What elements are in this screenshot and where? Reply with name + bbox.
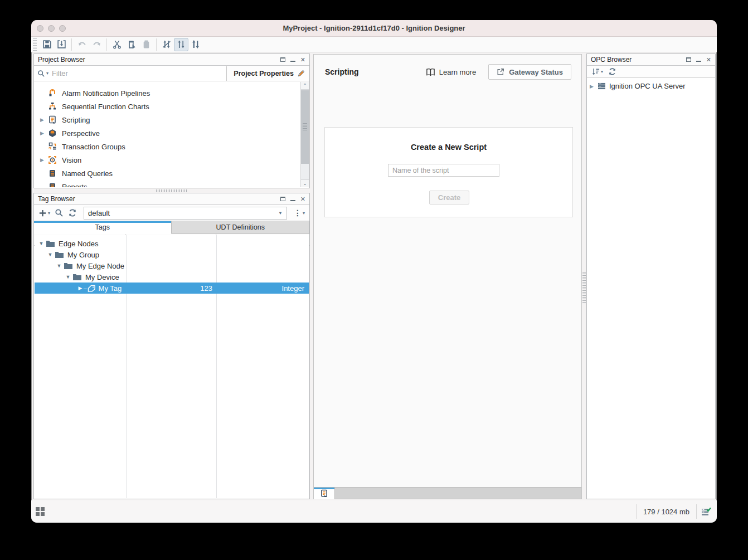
undo-button[interactable] (75, 38, 89, 51)
comm-read-button[interactable] (174, 38, 188, 51)
tree-item-label: Sequential Function Charts (62, 103, 149, 111)
refresh-tags-button[interactable] (67, 207, 78, 218)
script-name-input[interactable] (388, 164, 499, 177)
close-panel-icon[interactable]: ✕ (706, 57, 711, 63)
right-panel-splitter[interactable] (582, 53, 586, 499)
project-filter-input[interactable] (52, 69, 223, 77)
card-title: Create a New Script (325, 143, 572, 152)
minimize-panel-icon[interactable] (290, 197, 295, 201)
project-filter-row: ▾ Project Properties (34, 66, 309, 81)
save-all-icon (57, 40, 66, 49)
comm-read-write-icon (191, 40, 201, 49)
tag-provider-select[interactable]: default ▼ (84, 207, 287, 220)
tab-tags[interactable]: Tags (34, 221, 172, 234)
left-panels-splitter[interactable] (33, 188, 310, 193)
tab-label: UDT Definitions (216, 223, 265, 231)
filter-options-caret-icon[interactable]: ▾ (46, 71, 48, 76)
comm-off-button[interactable] (159, 38, 174, 51)
gateway-connected-icon[interactable] (697, 507, 715, 516)
tag-provider-value: default (88, 209, 278, 217)
expand-arrow-icon[interactable]: ▶ (40, 130, 48, 136)
minimize-panel-icon[interactable] (290, 57, 295, 62)
tag-label: My Edge Node (76, 262, 124, 270)
expand-arrow-icon[interactable]: ▶ (77, 285, 84, 291)
project-item-perspective[interactable]: ▶ Perspective (35, 126, 300, 140)
collapse-arrow-icon[interactable]: ▼ (65, 274, 71, 280)
search-tags-button[interactable] (54, 207, 65, 218)
opc-server-item[interactable]: ▶ Ignition OPC UA Server (587, 81, 715, 91)
sfc-icon (48, 102, 57, 111)
cut-icon (113, 40, 122, 49)
opc-tree: ▶ Ignition OPC UA Server (587, 78, 715, 91)
tree-item-label: Alarm Notification Pipelines (62, 89, 150, 98)
float-panel-icon[interactable] (686, 57, 691, 62)
reports-icon (48, 182, 57, 187)
tag-row-my-tag[interactable]: ▶ – My Tag 123 Integer (35, 283, 309, 294)
save-icon (42, 40, 52, 49)
zoom-window-button[interactable] (59, 25, 66, 32)
grid-launcher-icon[interactable] (36, 507, 45, 516)
tree-item-label: Scripting (62, 116, 90, 124)
filter-box[interactable]: ▾ (34, 66, 227, 81)
vision-icon (48, 155, 57, 164)
close-panel-icon[interactable]: ✕ (300, 57, 305, 63)
expand-arrow-icon[interactable]: ▶ (40, 157, 48, 163)
gateway-status-button[interactable]: Gateway Status (488, 64, 571, 80)
project-item-reports[interactable]: Reports (35, 180, 300, 187)
minimize-panel-icon[interactable] (696, 57, 701, 62)
expand-arrow-icon[interactable]: ▶ (590, 84, 598, 89)
undo-icon (77, 40, 87, 49)
tag-row-my-device[interactable]: ▼ My Device (35, 271, 309, 283)
minimize-window-button[interactable] (48, 25, 55, 32)
float-panel-icon[interactable] (280, 197, 285, 201)
tag-row-my-group[interactable]: ▼ My Group (35, 249, 309, 260)
transaction-groups-icon (48, 142, 57, 151)
project-item-sfc[interactable]: Sequential Function Charts (35, 100, 300, 113)
refresh-icon (608, 67, 616, 76)
tag-browser-panel: Tag Browser ✕ ▾ default ▼ ⋮ (33, 193, 310, 499)
tag-tabs: Tags UDT Definitions (34, 221, 309, 234)
collapse-arrow-icon[interactable]: ▼ (38, 241, 45, 246)
project-tree-scrollbar[interactable]: ⌃ ⌄ (300, 82, 309, 187)
paste-button[interactable] (139, 38, 153, 51)
project-item-transaction-groups[interactable]: Transaction Groups (35, 140, 300, 153)
search-icon (55, 208, 64, 217)
float-panel-icon[interactable] (280, 57, 285, 62)
opc-toolbar: ▾ (587, 66, 715, 78)
project-item-vision[interactable]: ▶ Vision (35, 153, 300, 167)
project-item-alarm-pipelines[interactable]: Alarm Notification Pipelines (35, 86, 300, 100)
save-all-button[interactable] (54, 38, 69, 51)
tag-options-button[interactable]: ⋮ ▾ (293, 207, 306, 218)
learn-more-link[interactable]: Learn more (426, 68, 476, 76)
toolbar-drag-handle[interactable] (33, 38, 37, 51)
scroll-down-icon[interactable]: ⌄ (301, 179, 309, 187)
scripting-workspace: Scripting Learn more Gateway Status Crea… (313, 54, 582, 499)
tree-item-label: Vision (62, 156, 81, 164)
tag-row-edge-nodes[interactable]: ▼ Edge Nodes (35, 238, 309, 249)
tree-item-label: Transaction Groups (62, 143, 125, 151)
cut-button[interactable] (110, 38, 124, 51)
redo-button[interactable] (89, 38, 104, 51)
project-item-scripting[interactable]: ▶ Scripting (35, 113, 300, 126)
close-panel-icon[interactable]: ✕ (300, 196, 305, 202)
refresh-opc-button[interactable] (607, 66, 618, 77)
sort-button[interactable]: ▾ (590, 66, 604, 77)
add-tag-button[interactable]: ▾ (37, 208, 51, 218)
scripting-workspace-tab[interactable] (314, 488, 335, 499)
collapse-arrow-icon[interactable]: ▼ (56, 263, 62, 269)
tag-label: My Device (85, 273, 119, 281)
scroll-up-icon[interactable]: ⌃ (301, 82, 309, 90)
save-button[interactable] (40, 38, 54, 51)
project-item-named-queries[interactable]: Named Queries (35, 167, 300, 180)
tab-udt-definitions[interactable]: UDT Definitions (172, 221, 310, 234)
tag-row-my-edge-node[interactable]: ▼ My Edge Node (35, 260, 309, 271)
project-properties-button[interactable]: Project Properties (227, 70, 309, 77)
collapse-arrow-icon[interactable]: ▼ (47, 252, 54, 257)
copy-button[interactable] (124, 38, 139, 51)
create-script-card: Create a New Script Create (324, 127, 573, 217)
expand-arrow-icon[interactable]: ▶ (40, 117, 48, 123)
create-button[interactable]: Create (429, 191, 469, 204)
comm-read-write-button[interactable] (188, 38, 203, 51)
close-window-button[interactable] (37, 25, 43, 32)
scrollbar-thumb[interactable] (301, 90, 309, 164)
